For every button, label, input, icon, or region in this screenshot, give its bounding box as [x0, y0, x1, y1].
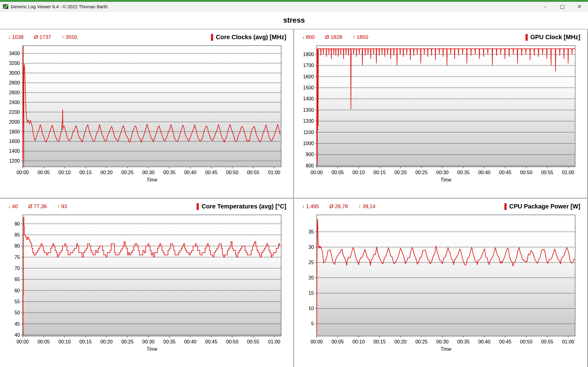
- svg-text:Time: Time: [146, 177, 157, 182]
- svg-text:00:00: 00:00: [311, 339, 323, 344]
- svg-text:00:25: 00:25: [415, 170, 428, 175]
- svg-text:00:30: 00:30: [142, 339, 155, 344]
- panel-header: ↓ 1,495 Ø 26,78 ↑ 39,14 CPU Package Powe…: [297, 202, 584, 212]
- svg-text:00:05: 00:05: [331, 339, 344, 344]
- svg-text:00:55: 00:55: [541, 170, 553, 175]
- stat-max: ↑ 1850: [352, 34, 368, 40]
- svg-text:1200: 1200: [9, 158, 20, 163]
- stat-min: ↓ 40: [8, 204, 18, 210]
- chart-title-wrap: Core Temperatures (avg) [°C]: [197, 203, 286, 210]
- svg-text:00:40: 00:40: [478, 339, 490, 344]
- stats-row: ↓ 800 Ø 1828 ↑ 1850: [302, 34, 368, 40]
- panel-header: ↓ 1038 Ø 1737 ↑ 3550 Core Clocks (avg) […: [3, 33, 290, 43]
- panel-header: ↓ 40 Ø 77,36 ↑ 93 Core Temperatures (avg…: [3, 202, 290, 212]
- svg-text:45: 45: [14, 321, 20, 327]
- svg-text:1500: 1500: [303, 85, 314, 90]
- svg-text:00:35: 00:35: [163, 339, 175, 344]
- chart-gpu-clock: 8009001000110012001300140015001600170018…: [297, 43, 582, 184]
- svg-text:3400: 3400: [9, 51, 20, 56]
- svg-text:30: 30: [308, 245, 314, 250]
- stat-avg: Ø 26,78: [330, 204, 348, 210]
- svg-text:1400: 1400: [303, 96, 314, 101]
- svg-text:35: 35: [308, 229, 314, 234]
- stats-row: ↓ 1,495 Ø 26,78 ↑ 39,14: [302, 204, 375, 210]
- svg-text:2600: 2600: [9, 90, 20, 95]
- svg-text:00:55: 00:55: [541, 339, 553, 344]
- svg-text:00:15: 00:15: [373, 339, 386, 344]
- svg-text:00:35: 00:35: [163, 170, 175, 175]
- svg-text:Time: Time: [440, 346, 451, 352]
- svg-text:1100: 1100: [303, 130, 314, 135]
- svg-text:00:10: 00:10: [352, 170, 365, 175]
- svg-text:55: 55: [14, 299, 20, 304]
- svg-text:2000: 2000: [9, 119, 20, 125]
- chart-title: Core Clocks (avg) [MHz]: [216, 34, 286, 41]
- svg-text:1600: 1600: [303, 74, 314, 79]
- svg-text:20: 20: [308, 275, 314, 280]
- svg-text:00:20: 00:20: [394, 339, 407, 344]
- svg-text:00:55: 00:55: [247, 339, 259, 344]
- svg-text:1300: 1300: [303, 107, 314, 113]
- svg-text:900: 900: [306, 152, 314, 157]
- svg-text:2800: 2800: [9, 80, 20, 85]
- svg-text:00:40: 00:40: [184, 339, 196, 344]
- svg-text:00:30: 00:30: [142, 170, 155, 175]
- titlebar[interactable]: Generic Log Viewer 6.4 - © 2022 Thomas B…: [0, 2, 588, 12]
- stat-avg: Ø 77,36: [28, 204, 47, 210]
- svg-text:00:05: 00:05: [37, 339, 50, 344]
- svg-text:00:00: 00:00: [17, 170, 29, 175]
- svg-text:00:50: 00:50: [520, 170, 532, 175]
- legend-color-bar: [197, 203, 199, 210]
- svg-text:00:05: 00:05: [331, 170, 344, 175]
- svg-text:00:10: 00:10: [352, 339, 365, 344]
- svg-text:1600: 1600: [9, 139, 20, 144]
- svg-text:3200: 3200: [9, 61, 20, 66]
- svg-text:1700: 1700: [303, 63, 314, 68]
- chart-title-wrap: CPU Package Power [W]: [504, 203, 580, 210]
- stat-avg: Ø 1737: [34, 34, 51, 40]
- svg-text:3000: 3000: [9, 70, 20, 76]
- svg-text:00:25: 00:25: [121, 339, 134, 344]
- svg-text:65: 65: [14, 277, 20, 282]
- svg-text:25: 25: [308, 260, 314, 265]
- chart-panel-gpu-clock: ↓ 800 Ø 1828 ↑ 1850 GPU Clock [MHz] 8009…: [294, 29, 587, 198]
- svg-text:00:50: 00:50: [226, 339, 238, 344]
- stat-max: ↑ 93: [57, 204, 67, 210]
- chart-title-wrap: GPU Clock [MHz]: [526, 34, 580, 41]
- svg-text:00:45: 00:45: [499, 170, 511, 175]
- svg-text:1400: 1400: [9, 148, 20, 154]
- svg-text:1200: 1200: [303, 118, 314, 124]
- chart-panel-core-clocks: ↓ 1038 Ø 1737 ↑ 3550 Core Clocks (avg) […: [0, 29, 293, 198]
- svg-text:90: 90: [14, 221, 20, 227]
- svg-text:00:20: 00:20: [394, 170, 407, 175]
- svg-text:75: 75: [14, 255, 20, 260]
- chart-title-wrap: Core Clocks (avg) [MHz]: [211, 34, 286, 41]
- svg-text:01:00: 01:00: [562, 170, 574, 175]
- svg-text:00:45: 00:45: [205, 339, 217, 344]
- chart-title: GPU Clock [MHz]: [530, 34, 580, 41]
- svg-text:00:10: 00:10: [58, 339, 71, 344]
- svg-text:00:30: 00:30: [436, 170, 449, 175]
- maximize-button[interactable]: □: [554, 2, 571, 11]
- svg-text:00:15: 00:15: [79, 170, 92, 175]
- svg-text:10: 10: [308, 306, 314, 311]
- chart-title: Core Temperatures (avg) [°C]: [202, 203, 286, 210]
- stat-max: ↑ 3550: [62, 34, 77, 40]
- svg-text:00:20: 00:20: [100, 170, 113, 175]
- svg-text:2200: 2200: [9, 110, 20, 115]
- svg-text:00:10: 00:10: [58, 170, 71, 175]
- stat-min: ↓ 800: [302, 34, 315, 40]
- svg-text:Time: Time: [440, 177, 451, 182]
- svg-text:Time: Time: [146, 346, 157, 352]
- minimize-button[interactable]: –: [537, 2, 554, 11]
- close-button[interactable]: ✕: [571, 2, 588, 11]
- svg-text:00:00: 00:00: [17, 339, 29, 344]
- svg-text:00:45: 00:45: [205, 170, 217, 175]
- svg-text:00:00: 00:00: [311, 170, 323, 175]
- svg-text:00:45: 00:45: [499, 339, 511, 344]
- svg-text:2400: 2400: [9, 100, 20, 105]
- svg-text:60: 60: [14, 288, 20, 293]
- panel-header: ↓ 800 Ø 1828 ↑ 1850 GPU Clock [MHz]: [297, 33, 584, 43]
- svg-text:50: 50: [14, 310, 20, 315]
- chart-core-temperatures: 404550556065707580859000:0000:0500:1000:…: [3, 212, 288, 353]
